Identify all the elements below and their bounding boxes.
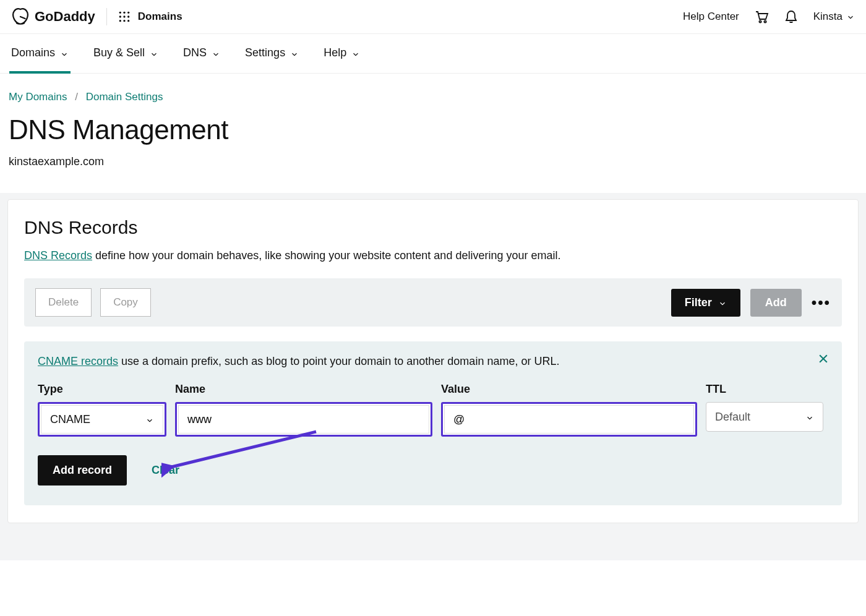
chevron-down-icon (150, 49, 158, 58)
content-area: DNS Records DNS Records define how your … (0, 193, 866, 560)
header-right: Help Center Kinsta (683, 9, 855, 24)
delete-button[interactable]: Delete (35, 288, 92, 317)
chevron-down-icon (60, 49, 69, 58)
svg-line-13 (166, 432, 316, 468)
tab-buy-sell[interactable]: Buy & Sell (93, 46, 158, 73)
top-header: GoDaddy Domains Help Center Kinsta (0, 0, 866, 34)
label-value: Value (441, 383, 697, 396)
svg-point-2 (127, 12, 129, 14)
filter-button[interactable]: Filter (671, 289, 740, 317)
domain-name: kinstaexample.com (0, 155, 866, 193)
label-name: Name (175, 383, 432, 396)
svg-point-4 (123, 15, 125, 17)
more-menu-icon[interactable]: ••• (812, 294, 831, 311)
app-section-label: Domains (138, 11, 182, 23)
field-value: Value (441, 383, 697, 437)
header-divider (106, 8, 107, 25)
cname-records-help-link[interactable]: CNAME records (38, 355, 118, 367)
svg-point-9 (759, 20, 761, 22)
tab-domains[interactable]: Domains (11, 46, 69, 73)
svg-point-6 (119, 20, 121, 22)
add-record-button[interactable]: Add record (38, 455, 127, 486)
ttl-select[interactable]: Default (706, 402, 823, 432)
label-type: Type (38, 383, 166, 396)
cart-icon[interactable] (754, 9, 769, 24)
svg-point-1 (123, 12, 125, 14)
crumb-domain-settings[interactable]: Domain Settings (86, 91, 163, 103)
tab-settings[interactable]: Settings (245, 46, 299, 73)
dns-records-help-link[interactable]: DNS Records (24, 249, 92, 262)
tab-dns[interactable]: DNS (183, 46, 220, 73)
card-heading: DNS Records (24, 217, 842, 238)
chevron-down-icon (212, 49, 220, 58)
chevron-down-icon (351, 49, 360, 58)
svg-point-8 (127, 20, 129, 22)
brand-logo[interactable]: GoDaddy (11, 7, 95, 26)
value-input[interactable] (444, 405, 694, 434)
chevron-down-icon (846, 12, 855, 21)
label-ttl: TTL (706, 383, 823, 396)
field-name: Name (175, 383, 432, 437)
add-button[interactable]: Add (750, 289, 802, 317)
card-description: DNS Records define how your domain behav… (24, 249, 842, 262)
svg-point-10 (764, 20, 766, 22)
breadcrumb: My Domains / Domain Settings (0, 74, 866, 108)
type-select[interactable]: CNAME (41, 405, 163, 434)
add-record-actions: Add record Clear (38, 455, 828, 486)
apps-grid-icon[interactable] (118, 11, 131, 23)
name-input[interactable] (178, 405, 429, 434)
chevron-down-icon (145, 415, 154, 424)
nav-tabs: Domains Buy & Sell DNS Settings Help (0, 34, 866, 74)
tab-help[interactable]: Help (324, 46, 360, 73)
brand-name: GoDaddy (35, 9, 95, 25)
help-center-link[interactable]: Help Center (683, 11, 739, 23)
cname-info-text: CNAME records use a domain prefix, such … (38, 355, 828, 368)
page-title: DNS Management (0, 108, 866, 155)
chevron-down-icon (805, 413, 814, 421)
close-icon[interactable] (817, 353, 830, 367)
godaddy-logo-icon (11, 7, 30, 26)
bell-icon[interactable] (784, 9, 799, 24)
user-menu[interactable]: Kinsta (813, 11, 855, 23)
copy-button[interactable]: Copy (100, 288, 151, 317)
clear-link[interactable]: Clear (152, 464, 179, 477)
chevron-down-icon (290, 49, 299, 58)
field-ttl: TTL Default (706, 383, 823, 437)
field-type: Type CNAME (38, 383, 166, 437)
svg-point-7 (123, 20, 125, 22)
dns-records-card: DNS Records DNS Records define how your … (7, 199, 859, 523)
svg-point-3 (119, 15, 121, 17)
records-toolbar: Delete Copy Filter Add ••• (24, 278, 842, 327)
add-record-fields: Type CNAME Name Value (38, 383, 828, 437)
chevron-down-icon (718, 298, 727, 307)
svg-point-5 (127, 15, 129, 17)
crumb-my-domains[interactable]: My Domains (9, 91, 67, 103)
add-record-panel: CNAME records use a domain prefix, such … (24, 341, 842, 505)
svg-point-0 (119, 12, 121, 14)
user-name: Kinsta (813, 11, 842, 23)
